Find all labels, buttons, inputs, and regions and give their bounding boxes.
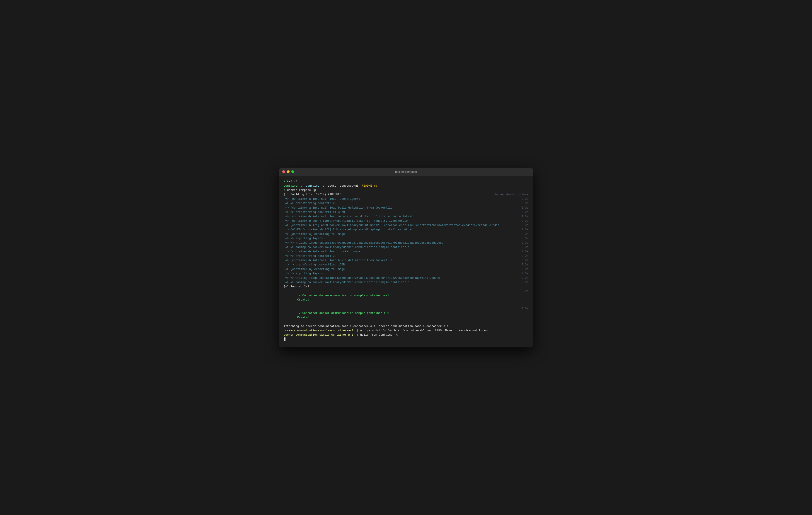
build-context: docker:desktop-linux <box>494 192 528 197</box>
build-log-line: => => writing image sha256:40b7004b2ce5c… <box>284 241 528 245</box>
prompt: > <box>284 188 287 192</box>
build-log-line: => => writing image sha256:bdf4216cb0dac… <box>284 276 528 280</box>
ls-item-yaml: docker-compose.yml <box>328 184 358 188</box>
container-created-a: ✓ Container docker-communication-sample-… <box>284 289 528 307</box>
container-a-label: docker-communication-sample-container-a-… <box>284 329 353 333</box>
build-log-line: => [container-b auth] library/ubuntu:pul… <box>284 219 528 223</box>
build-log-line: => => transferring context: 2B 0.0s <box>284 201 528 206</box>
build-log-line: => => exporting layers 0.0s <box>284 272 528 276</box>
ls-item-container-a: container-a <box>284 184 302 188</box>
build-log-line: => [container-a internal] load build def… <box>284 206 528 210</box>
terminal-window: docker-compose > exa -a container-a cont… <box>279 168 533 347</box>
build-log-line: => => naming to docker.io/library/docker… <box>284 280 528 285</box>
command-text: docker-compose up <box>287 188 316 192</box>
terminal-line: > docker-compose up <box>284 188 528 192</box>
terminal-body[interactable]: > exa -a container-a container-b docker-… <box>279 176 533 347</box>
close-button[interactable] <box>282 170 285 173</box>
build-log-line: => => naming to docker.io/library/docker… <box>284 245 528 249</box>
build-log-line: => => transferring dockerfile: 337B 0.0s <box>284 210 528 214</box>
build-status: [+] Building 4.1s (10/10) FINISHED docke… <box>284 192 528 197</box>
container-b-label: docker-communication-sample-container-b-… <box>284 333 353 337</box>
cursor-line <box>284 337 528 341</box>
traffic-lights[interactable] <box>282 170 294 173</box>
build-log-line: => => exporting layers 0.0s <box>284 237 528 241</box>
ls-item-readme: README.md <box>362 184 377 188</box>
container-log-b: docker-communication-sample-container-b-… <box>284 333 528 337</box>
build-log-line: => [container-b internal] load .dockerig… <box>284 249 528 254</box>
minimize-button[interactable] <box>287 170 290 173</box>
build-log-line: => => transferring context: 2B 0.0s <box>284 254 528 259</box>
running-status: [+] Running 2/1 <box>284 285 528 289</box>
attaching-line: Attaching to docker-communication-sample… <box>284 324 528 329</box>
prompt: > <box>284 179 287 184</box>
build-log-line: => [container-b internal] load build def… <box>284 259 528 263</box>
build-log-line: => [container-b] exporting to image 0.0s <box>284 267 528 272</box>
build-log-line: => CACHED [container-b 2/2] RUN apt-get … <box>284 228 528 232</box>
build-log-line: => => transferring dockerfile: 164B 0.0s <box>284 263 528 267</box>
terminal-line: > exa -a <box>284 179 528 184</box>
container-log-a: docker-communication-sample-container-a-… <box>284 329 528 333</box>
container-created-b: ✓ Container docker-communication-sample-… <box>284 307 528 324</box>
ls-item-container-b: container-b <box>306 184 325 188</box>
command-text: exa -a <box>287 179 297 184</box>
maximize-button[interactable] <box>291 170 294 173</box>
titlebar: docker-compose <box>279 168 533 176</box>
window-title: docker-compose <box>395 170 417 174</box>
build-log-line: => [container-a internal] load .dockerig… <box>284 197 528 201</box>
build-log-line: => [container-b internal] load metadata … <box>284 214 528 219</box>
build-log-line: => [container-b 1/1] #NUM docker.io/libr… <box>284 223 528 228</box>
ls-output: container-a container-b docker-compose.y… <box>284 184 528 188</box>
build-log-line: => [container-a] exporting to image 0.0s <box>284 232 528 237</box>
terminal-cursor <box>284 337 286 341</box>
